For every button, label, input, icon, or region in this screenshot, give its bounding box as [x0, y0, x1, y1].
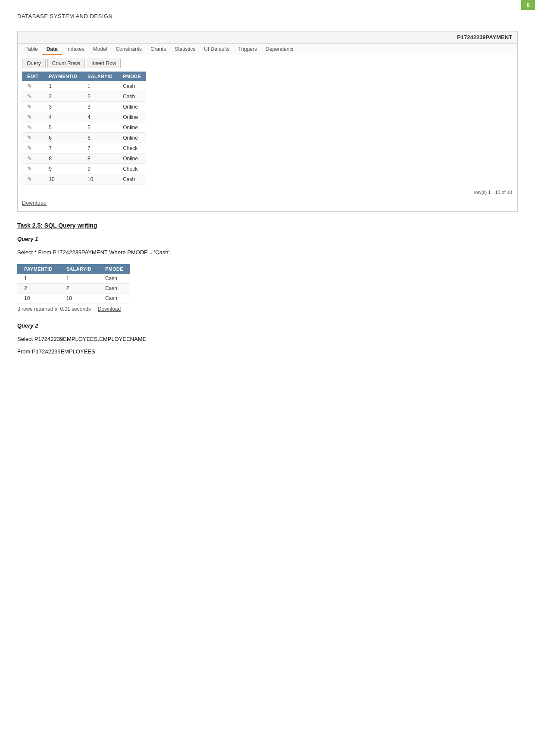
tab-dependenci[interactable]: Dependenci	[261, 44, 297, 55]
query2-sql-line2: From P17242239EMPLOYEES	[17, 347, 518, 356]
salaryid-cell: 2	[82, 91, 118, 102]
table-row: ✎ 10 10 Cash	[22, 174, 146, 184]
edit-cell[interactable]: ✎	[22, 153, 44, 164]
query-button[interactable]: Query	[22, 59, 46, 68]
db-title-bar: P17242239PAYMENT	[18, 31, 517, 44]
paymentid-cell: 1	[44, 81, 82, 91]
page-number-badge: 8	[521, 0, 535, 10]
edit-icon[interactable]: ✎	[27, 103, 32, 110]
salaryid-cell: 7	[82, 143, 118, 153]
tab-ui-defaults[interactable]: UI Defaults	[200, 44, 234, 55]
salaryid-cell: 9	[82, 164, 118, 174]
db-tabs: Table Data Indexes Model Constraints Gra…	[18, 44, 517, 55]
col-edit: EDIT	[22, 72, 44, 81]
tab-constraints[interactable]: Constraints	[111, 44, 146, 55]
tab-triggers[interactable]: Triggers	[234, 44, 262, 55]
query1-result-block: PAYMENTID SALARYID PMODE 1 1 Cash 2 2 Ca…	[17, 264, 518, 312]
result1-col-salaryid: SALARYID	[59, 264, 98, 274]
salaryid-cell: 4	[82, 112, 118, 122]
table-row: ✎ 5 5 Online	[22, 122, 146, 133]
paymentid-cell: 9	[44, 164, 82, 174]
result1-download-link[interactable]: Download	[98, 306, 121, 312]
tab-grants[interactable]: Grants	[146, 44, 170, 55]
edit-cell[interactable]: ✎	[22, 112, 44, 122]
edit-cell[interactable]: ✎	[22, 122, 44, 133]
edit-cell[interactable]: ✎	[22, 133, 44, 143]
table-row: ✎ 3 3 Online	[22, 102, 146, 112]
edit-cell[interactable]: ✎	[22, 164, 44, 174]
page-title: DATABASE SYSTEM AND DESIGN	[17, 13, 113, 19]
r1-paymentid-cell: 10	[17, 293, 59, 303]
result-row: 2 2 Cash	[17, 283, 130, 293]
salaryid-cell: 3	[82, 102, 118, 112]
pmode-cell: Cash	[118, 174, 146, 184]
table-row: ✎ 4 4 Online	[22, 112, 146, 122]
r1-paymentid-cell: 2	[17, 283, 59, 293]
r1-pmode-cell: Cash	[98, 293, 130, 303]
edit-icon[interactable]: ✎	[27, 145, 32, 151]
col-paymentid: PAYMENTID	[44, 72, 82, 81]
tab-model[interactable]: Model	[89, 44, 112, 55]
table-row: ✎ 9 9 Check	[22, 164, 146, 174]
edit-icon[interactable]: ✎	[27, 93, 32, 100]
query1-sql: Select * From P17242239PAYMENT Where PMO…	[17, 248, 518, 257]
db-toolbar: Query Count Rows Insert Row	[18, 55, 517, 72]
table-row: ✎ 6 6 Online	[22, 133, 146, 143]
task-section: Task 2.5: SQL Query writing Query 1 Sele…	[17, 222, 518, 356]
salaryid-cell: 10	[82, 174, 118, 184]
result1-col-paymentid: PAYMENTID	[17, 264, 59, 274]
insert-row-button[interactable]: Insert Row	[87, 59, 121, 68]
tab-indexes[interactable]: Indexes	[62, 44, 89, 55]
table-row: ✎ 7 7 Check	[22, 143, 146, 153]
edit-cell[interactable]: ✎	[22, 174, 44, 184]
table-row: ✎ 2 2 Cash	[22, 91, 146, 102]
r1-pmode-cell: Cash	[98, 283, 130, 293]
col-salaryid: SALARYID	[82, 72, 118, 81]
main-download-link[interactable]: Download	[22, 200, 47, 206]
edit-icon[interactable]: ✎	[27, 83, 32, 89]
pmode-cell: Check	[118, 164, 146, 174]
salaryid-cell: 6	[82, 133, 118, 143]
edit-icon[interactable]: ✎	[27, 114, 32, 120]
edit-icon[interactable]: ✎	[27, 155, 32, 162]
salaryid-cell: 1	[82, 81, 118, 91]
pmode-cell: Online	[118, 133, 146, 143]
edit-cell[interactable]: ✎	[22, 81, 44, 91]
r1-pmode-cell: Cash	[98, 274, 130, 284]
paymentid-cell: 10	[44, 174, 82, 184]
edit-icon[interactable]: ✎	[27, 134, 32, 141]
r1-paymentid-cell: 1	[17, 274, 59, 284]
pmode-cell: Online	[118, 112, 146, 122]
edit-cell[interactable]: ✎	[22, 91, 44, 102]
tab-data[interactable]: Data	[42, 44, 62, 55]
result1-col-pmode: PMODE	[98, 264, 130, 274]
pmode-cell: Cash	[118, 81, 146, 91]
paymentid-cell: 4	[44, 112, 82, 122]
count-rows-button[interactable]: Count Rows	[47, 59, 85, 68]
edit-cell[interactable]: ✎	[22, 102, 44, 112]
edit-icon[interactable]: ✎	[27, 124, 32, 131]
paymentid-cell: 7	[44, 143, 82, 153]
paymentid-cell: 2	[44, 91, 82, 102]
edit-icon[interactable]: ✎	[27, 176, 32, 182]
table-row: ✎ 8 8 Online	[22, 153, 146, 164]
page-wrapper: 8 DATABASE SYSTEM AND DESIGN P17242239PA…	[0, 0, 535, 372]
paymentid-cell: 3	[44, 102, 82, 112]
query2-heading: Query 2	[17, 322, 518, 329]
table-row: ✎ 1 1 Cash	[22, 81, 146, 91]
col-pmode: PMODE	[118, 72, 146, 81]
r1-salaryid-cell: 2	[59, 283, 98, 293]
tab-table[interactable]: Table	[21, 44, 42, 55]
task-heading: Task 2.5: SQL Query writing	[17, 222, 518, 229]
query2-sql-line1: Select P17242239EMPLOYEES.EMPLOYEENAME	[17, 335, 518, 344]
edit-icon[interactable]: ✎	[27, 166, 32, 172]
r1-salaryid-cell: 10	[59, 293, 98, 303]
salaryid-cell: 5	[82, 122, 118, 133]
tab-statistics[interactable]: Statistics	[170, 44, 200, 55]
edit-cell[interactable]: ✎	[22, 143, 44, 153]
r1-salaryid-cell: 1	[59, 274, 98, 284]
result1-rows-info: 3 rows returned in 0.01 seconds	[17, 306, 91, 312]
paymentid-cell: 6	[44, 133, 82, 143]
paymentid-cell: 5	[44, 122, 82, 133]
result-row: 10 10 Cash	[17, 293, 130, 303]
